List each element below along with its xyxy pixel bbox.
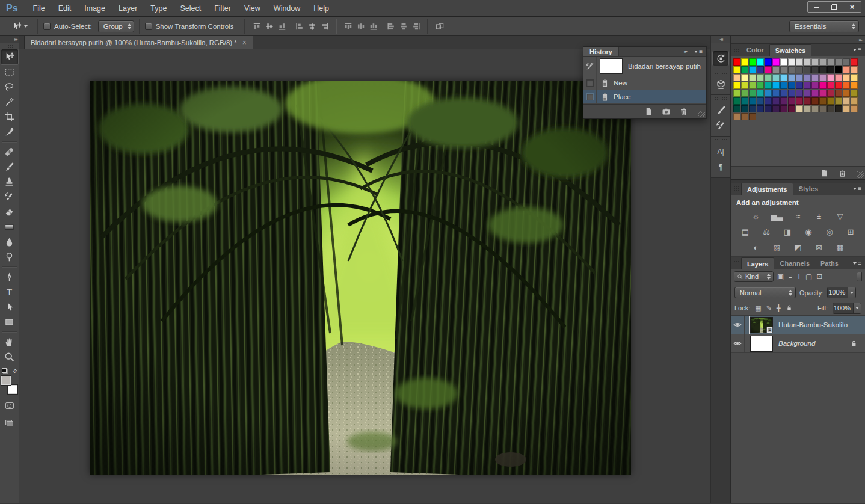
- color-swatch[interactable]: [780, 58, 787, 66]
- tab-layers[interactable]: Layers: [741, 257, 774, 269]
- auto-select-field[interactable]: Auto-Select:: [43, 23, 92, 30]
- panel-menu-icon[interactable]: ≡: [853, 44, 865, 56]
- history-state-row[interactable]: New: [583, 76, 706, 90]
- filter-shape-layers-icon[interactable]: ▢: [805, 272, 812, 281]
- history-tab[interactable]: History: [583, 47, 619, 56]
- filter-adjustment-layers-icon[interactable]: ◒: [788, 272, 792, 281]
- history-state-well[interactable]: [583, 90, 597, 103]
- color-swatch[interactable]: [851, 58, 858, 66]
- color-swatch[interactable]: [843, 74, 850, 81]
- color-swatch[interactable]: [827, 74, 834, 81]
- color-swatch[interactable]: [811, 105, 819, 112]
- dock-grip[interactable]: [715, 45, 727, 49]
- menu-filter[interactable]: Filter: [208, 4, 238, 13]
- color-swatch[interactable]: [788, 90, 795, 97]
- color-swatch[interactable]: [804, 74, 811, 81]
- 3d-panel-button[interactable]: [713, 77, 728, 91]
- restore-button[interactable]: [825, 1, 843, 13]
- color-swatch[interactable]: [765, 97, 772, 105]
- color-swatch[interactable]: [741, 113, 748, 120]
- color-swatch[interactable]: [804, 105, 811, 112]
- menu-type[interactable]: Type: [144, 4, 173, 13]
- panel-grip[interactable]: [734, 260, 739, 266]
- chevron-down-icon[interactable]: [853, 303, 861, 313]
- panel-menu-icon[interactable]: ≡: [853, 257, 865, 269]
- color-swatch[interactable]: [765, 74, 772, 81]
- color-swatch[interactable]: [733, 90, 740, 97]
- color-swatch[interactable]: [772, 90, 780, 97]
- panel-menu-icon[interactable]: ≡: [853, 183, 865, 195]
- color-swatch[interactable]: [796, 66, 803, 73]
- color-swatch[interactable]: [757, 90, 764, 97]
- show-transform-checkbox[interactable]: [145, 23, 152, 30]
- bamboo-forest-canvas-image[interactable]: [90, 81, 631, 475]
- color-swatch[interactable]: [796, 97, 803, 105]
- color-swatch[interactable]: [772, 97, 780, 105]
- posterize-button[interactable]: ▨: [769, 242, 784, 253]
- color-swatch[interactable]: [811, 97, 819, 105]
- visibility-toggle[interactable]: [731, 334, 745, 352]
- color-swatch[interactable]: [851, 66, 858, 73]
- photo-filter-button[interactable]: ◉: [801, 226, 816, 238]
- color-swatch[interactable]: [741, 74, 748, 81]
- layer-row[interactable]: Background: [731, 334, 865, 353]
- menu-file[interactable]: File: [26, 4, 52, 13]
- screen-mode-button[interactable]: [2, 417, 17, 429]
- color-swatch[interactable]: [788, 66, 795, 73]
- document-tab[interactable]: Bidadari bersayap putih @ 100% (Hutan-Ba…: [24, 36, 253, 49]
- color-swatch[interactable]: [835, 58, 842, 66]
- color-swatch[interactable]: [804, 82, 811, 89]
- paragraph-panel-button[interactable]: ¶: [713, 160, 728, 174]
- color-swatch[interactable]: [749, 105, 756, 112]
- color-swatch[interactable]: [819, 58, 827, 66]
- color-swatch[interactable]: [796, 82, 803, 89]
- color-swatch[interactable]: [772, 66, 780, 73]
- history-snapshot-row[interactable]: Bidadari bersayap putih: [583, 57, 706, 76]
- color-swatch[interactable]: [733, 97, 740, 105]
- rectangle-tool[interactable]: [1, 315, 18, 330]
- color-swatch[interactable]: [733, 82, 740, 89]
- color-swatch[interactable]: [788, 74, 795, 81]
- color-swatch[interactable]: [835, 82, 842, 89]
- clone-stamp-tool[interactable]: [1, 174, 18, 189]
- history-source-well[interactable]: [583, 57, 597, 76]
- tab-swatches[interactable]: Swatches: [769, 44, 812, 56]
- layer-thumbnail[interactable]: [750, 336, 773, 352]
- options-bar-grip[interactable]: [1, 19, 5, 34]
- threshold-button[interactable]: ◩: [790, 242, 805, 253]
- color-swatch[interactable]: [749, 82, 756, 89]
- swap-colors-icon[interactable]: ⇄: [11, 367, 19, 375]
- lock-all-icon[interactable]: [786, 304, 793, 312]
- align-vertical-centers-button[interactable]: [263, 20, 276, 32]
- new-snapshot-button[interactable]: [662, 107, 671, 116]
- gradient-map-button[interactable]: ⊠: [811, 242, 827, 253]
- color-swatch[interactable]: [765, 90, 772, 97]
- color-swatch[interactable]: [851, 82, 858, 89]
- distribute-right-edges-button[interactable]: [410, 20, 422, 32]
- color-swatch[interactable]: [772, 58, 780, 66]
- color-swatch[interactable]: [749, 58, 756, 66]
- align-top-edges-button[interactable]: [250, 20, 263, 32]
- hand-tool[interactable]: [1, 334, 18, 349]
- color-swatch[interactable]: [772, 82, 780, 89]
- color-swatch[interactable]: [804, 66, 811, 73]
- history-panel-button[interactable]: [713, 51, 728, 66]
- menu-help[interactable]: Help: [307, 4, 336, 13]
- history-brush-tool[interactable]: [1, 189, 18, 204]
- color-swatch[interactable]: [733, 58, 740, 66]
- color-swatch[interactable]: [827, 82, 834, 89]
- distribute-left-edges-button[interactable]: [384, 20, 397, 32]
- move-tool[interactable]: [1, 49, 18, 64]
- levels-button[interactable]: ▅▃: [769, 211, 784, 222]
- menu-edit[interactable]: Edit: [52, 4, 78, 13]
- panel-menu-icon[interactable]: ≡: [694, 49, 703, 55]
- color-swatch[interactable]: [835, 66, 842, 73]
- color-swatch[interactable]: [819, 82, 827, 89]
- menu-view[interactable]: View: [238, 4, 267, 13]
- color-swatch[interactable]: [780, 105, 787, 112]
- delete-swatch-button[interactable]: [838, 168, 847, 177]
- menu-select[interactable]: Select: [173, 4, 208, 13]
- color-swatch[interactable]: [765, 58, 772, 66]
- color-swatch[interactable]: [827, 58, 834, 66]
- default-colors-icon[interactable]: [2, 368, 8, 374]
